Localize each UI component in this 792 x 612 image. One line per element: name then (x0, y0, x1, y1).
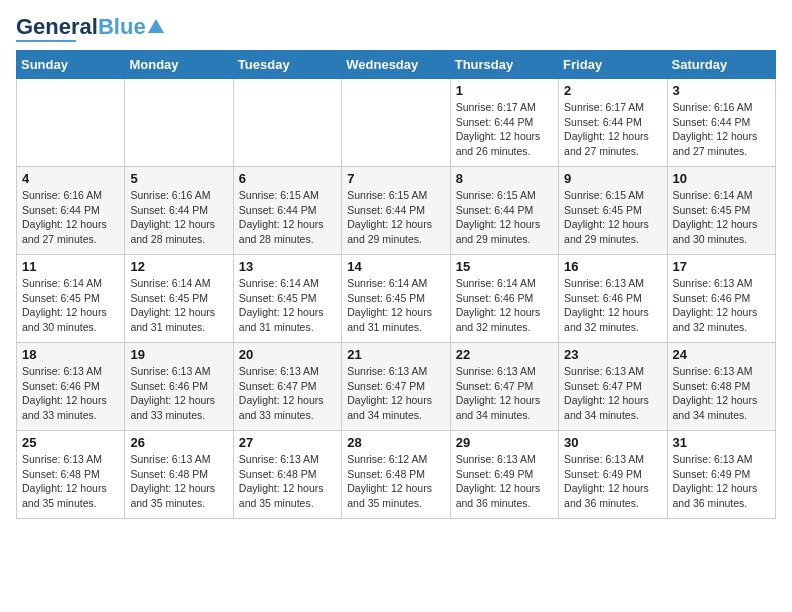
calendar-cell: 18Sunrise: 6:13 AMSunset: 6:46 PMDayligh… (17, 343, 125, 431)
day-info: Sunrise: 6:14 AMSunset: 6:45 PMDaylight:… (347, 276, 444, 335)
day-number: 29 (456, 435, 553, 450)
day-number: 31 (673, 435, 770, 450)
calendar-cell: 15Sunrise: 6:14 AMSunset: 6:46 PMDayligh… (450, 255, 558, 343)
header-day-friday: Friday (559, 51, 667, 79)
calendar-cell: 31Sunrise: 6:13 AMSunset: 6:49 PMDayligh… (667, 431, 775, 519)
day-info: Sunrise: 6:13 AMSunset: 6:46 PMDaylight:… (22, 364, 119, 423)
calendar-cell: 2Sunrise: 6:17 AMSunset: 6:44 PMDaylight… (559, 79, 667, 167)
calendar-cell: 8Sunrise: 6:15 AMSunset: 6:44 PMDaylight… (450, 167, 558, 255)
day-number: 28 (347, 435, 444, 450)
day-info: Sunrise: 6:13 AMSunset: 6:49 PMDaylight:… (456, 452, 553, 511)
day-number: 13 (239, 259, 336, 274)
calendar-cell: 13Sunrise: 6:14 AMSunset: 6:45 PMDayligh… (233, 255, 341, 343)
calendar-week-1: 1Sunrise: 6:17 AMSunset: 6:44 PMDaylight… (17, 79, 776, 167)
header-day-monday: Monday (125, 51, 233, 79)
day-info: Sunrise: 6:17 AMSunset: 6:44 PMDaylight:… (456, 100, 553, 159)
calendar-cell: 27Sunrise: 6:13 AMSunset: 6:48 PMDayligh… (233, 431, 341, 519)
day-info: Sunrise: 6:13 AMSunset: 6:46 PMDaylight:… (130, 364, 227, 423)
day-number: 16 (564, 259, 661, 274)
header-day-wednesday: Wednesday (342, 51, 450, 79)
day-info: Sunrise: 6:14 AMSunset: 6:45 PMDaylight:… (22, 276, 119, 335)
calendar-week-3: 11Sunrise: 6:14 AMSunset: 6:45 PMDayligh… (17, 255, 776, 343)
calendar-cell: 11Sunrise: 6:14 AMSunset: 6:45 PMDayligh… (17, 255, 125, 343)
calendar-cell: 28Sunrise: 6:12 AMSunset: 6:48 PMDayligh… (342, 431, 450, 519)
day-info: Sunrise: 6:13 AMSunset: 6:49 PMDaylight:… (564, 452, 661, 511)
calendar-week-5: 25Sunrise: 6:13 AMSunset: 6:48 PMDayligh… (17, 431, 776, 519)
calendar-week-4: 18Sunrise: 6:13 AMSunset: 6:46 PMDayligh… (17, 343, 776, 431)
day-number: 15 (456, 259, 553, 274)
day-info: Sunrise: 6:13 AMSunset: 6:48 PMDaylight:… (22, 452, 119, 511)
day-info: Sunrise: 6:13 AMSunset: 6:47 PMDaylight:… (564, 364, 661, 423)
day-info: Sunrise: 6:13 AMSunset: 6:46 PMDaylight:… (673, 276, 770, 335)
svg-marker-0 (148, 19, 164, 33)
calendar-cell (342, 79, 450, 167)
day-info: Sunrise: 6:15 AMSunset: 6:44 PMDaylight:… (456, 188, 553, 247)
calendar-cell: 22Sunrise: 6:13 AMSunset: 6:47 PMDayligh… (450, 343, 558, 431)
calendar-cell: 14Sunrise: 6:14 AMSunset: 6:45 PMDayligh… (342, 255, 450, 343)
day-number: 18 (22, 347, 119, 362)
day-number: 6 (239, 171, 336, 186)
day-info: Sunrise: 6:13 AMSunset: 6:47 PMDaylight:… (347, 364, 444, 423)
calendar-cell: 6Sunrise: 6:15 AMSunset: 6:44 PMDaylight… (233, 167, 341, 255)
day-info: Sunrise: 6:13 AMSunset: 6:47 PMDaylight:… (456, 364, 553, 423)
day-number: 14 (347, 259, 444, 274)
day-number: 9 (564, 171, 661, 186)
day-number: 17 (673, 259, 770, 274)
calendar-cell: 5Sunrise: 6:16 AMSunset: 6:44 PMDaylight… (125, 167, 233, 255)
day-info: Sunrise: 6:16 AMSunset: 6:44 PMDaylight:… (22, 188, 119, 247)
header-day-sunday: Sunday (17, 51, 125, 79)
logo-icon (148, 19, 164, 35)
calendar-cell: 24Sunrise: 6:13 AMSunset: 6:48 PMDayligh… (667, 343, 775, 431)
day-number: 7 (347, 171, 444, 186)
day-number: 10 (673, 171, 770, 186)
day-info: Sunrise: 6:15 AMSunset: 6:45 PMDaylight:… (564, 188, 661, 247)
day-info: Sunrise: 6:12 AMSunset: 6:48 PMDaylight:… (347, 452, 444, 511)
calendar-cell: 7Sunrise: 6:15 AMSunset: 6:44 PMDaylight… (342, 167, 450, 255)
calendar-table: SundayMondayTuesdayWednesdayThursdayFrid… (16, 50, 776, 519)
day-number: 5 (130, 171, 227, 186)
logo: GeneralBlue (16, 16, 164, 42)
day-info: Sunrise: 6:15 AMSunset: 6:44 PMDaylight:… (347, 188, 444, 247)
day-info: Sunrise: 6:16 AMSunset: 6:44 PMDaylight:… (130, 188, 227, 247)
day-info: Sunrise: 6:14 AMSunset: 6:45 PMDaylight:… (673, 188, 770, 247)
calendar-cell: 17Sunrise: 6:13 AMSunset: 6:46 PMDayligh… (667, 255, 775, 343)
calendar-cell: 20Sunrise: 6:13 AMSunset: 6:47 PMDayligh… (233, 343, 341, 431)
day-number: 25 (22, 435, 119, 450)
day-info: Sunrise: 6:13 AMSunset: 6:47 PMDaylight:… (239, 364, 336, 423)
day-number: 3 (673, 83, 770, 98)
header-day-tuesday: Tuesday (233, 51, 341, 79)
day-info: Sunrise: 6:14 AMSunset: 6:45 PMDaylight:… (130, 276, 227, 335)
day-info: Sunrise: 6:14 AMSunset: 6:45 PMDaylight:… (239, 276, 336, 335)
day-info: Sunrise: 6:13 AMSunset: 6:48 PMDaylight:… (130, 452, 227, 511)
day-number: 27 (239, 435, 336, 450)
calendar-cell: 9Sunrise: 6:15 AMSunset: 6:45 PMDaylight… (559, 167, 667, 255)
logo-underline (16, 40, 76, 42)
day-number: 26 (130, 435, 227, 450)
calendar-cell: 4Sunrise: 6:16 AMSunset: 6:44 PMDaylight… (17, 167, 125, 255)
day-number: 21 (347, 347, 444, 362)
calendar-cell: 25Sunrise: 6:13 AMSunset: 6:48 PMDayligh… (17, 431, 125, 519)
day-info: Sunrise: 6:13 AMSunset: 6:48 PMDaylight:… (673, 364, 770, 423)
calendar-cell (17, 79, 125, 167)
calendar-cell: 19Sunrise: 6:13 AMSunset: 6:46 PMDayligh… (125, 343, 233, 431)
day-number: 19 (130, 347, 227, 362)
calendar-cell (233, 79, 341, 167)
day-number: 2 (564, 83, 661, 98)
day-info: Sunrise: 6:13 AMSunset: 6:48 PMDaylight:… (239, 452, 336, 511)
day-number: 22 (456, 347, 553, 362)
calendar-cell: 10Sunrise: 6:14 AMSunset: 6:45 PMDayligh… (667, 167, 775, 255)
calendar-cell: 21Sunrise: 6:13 AMSunset: 6:47 PMDayligh… (342, 343, 450, 431)
calendar-cell: 3Sunrise: 6:16 AMSunset: 6:44 PMDaylight… (667, 79, 775, 167)
day-info: Sunrise: 6:13 AMSunset: 6:46 PMDaylight:… (564, 276, 661, 335)
calendar-cell: 16Sunrise: 6:13 AMSunset: 6:46 PMDayligh… (559, 255, 667, 343)
calendar-cell: 23Sunrise: 6:13 AMSunset: 6:47 PMDayligh… (559, 343, 667, 431)
calendar-header-row: SundayMondayTuesdayWednesdayThursdayFrid… (17, 51, 776, 79)
day-number: 30 (564, 435, 661, 450)
day-number: 4 (22, 171, 119, 186)
day-info: Sunrise: 6:17 AMSunset: 6:44 PMDaylight:… (564, 100, 661, 159)
day-number: 12 (130, 259, 227, 274)
day-info: Sunrise: 6:16 AMSunset: 6:44 PMDaylight:… (673, 100, 770, 159)
logo-text: GeneralBlue (16, 16, 146, 38)
calendar-cell: 12Sunrise: 6:14 AMSunset: 6:45 PMDayligh… (125, 255, 233, 343)
day-number: 11 (22, 259, 119, 274)
